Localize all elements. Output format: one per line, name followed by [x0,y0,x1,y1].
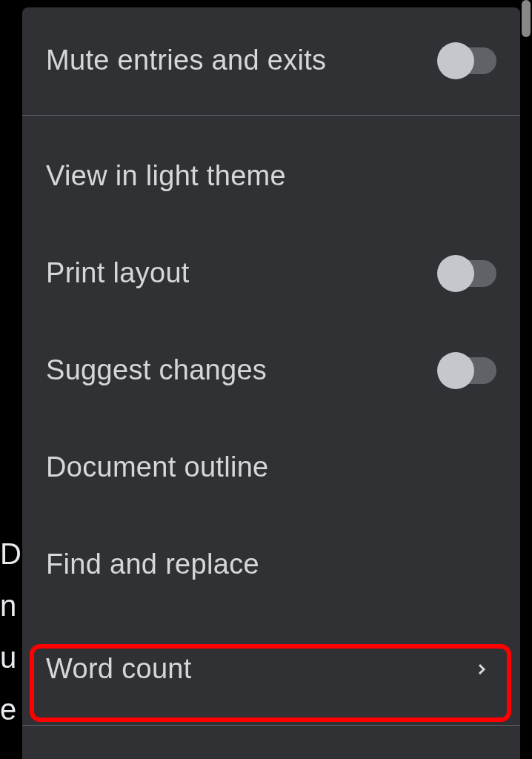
toggle-thumb [437,352,474,389]
menu-item-document-outline[interactable]: Document outline [22,419,520,516]
overflow-menu: Mute entries and exits View in light the… [22,7,520,759]
bg-char: e [0,693,16,726]
menu-item-suggest-changes[interactable]: Suggest changes [22,322,520,419]
bg-char: u [0,641,16,675]
menu-item-label: Print layout [46,257,190,289]
toggle-thumb [437,255,474,292]
menu-item-label: Suggest changes [46,354,267,386]
toggle-thumb [437,42,474,79]
menu-item-label: View in light theme [46,160,286,192]
menu-item-word-count[interactable]: Word count [22,613,520,725]
chevron-right-icon [473,660,491,678]
toggle-mute-entries[interactable] [439,47,496,74]
divider [22,725,520,726]
menu-item-label: Word count [46,653,192,685]
background-document: Dc n u e [0,0,22,759]
bg-char: n [0,589,16,623]
menu-item-label: Mute entries and exits [46,44,326,76]
menu-item-label: Document outline [46,451,269,483]
menu-item-label: Find and replace [46,548,259,580]
menu-item-print-layout[interactable]: Print layout [22,225,520,322]
toggle-print-layout[interactable] [439,260,496,287]
menu-item-light-theme[interactable]: View in light theme [22,116,520,225]
toggle-suggest-changes[interactable] [439,357,496,384]
scrollbar[interactable] [522,0,531,37]
menu-item-find-replace[interactable]: Find and replace [22,516,520,613]
menu-item-mute-entries[interactable]: Mute entries and exits [22,7,520,115]
